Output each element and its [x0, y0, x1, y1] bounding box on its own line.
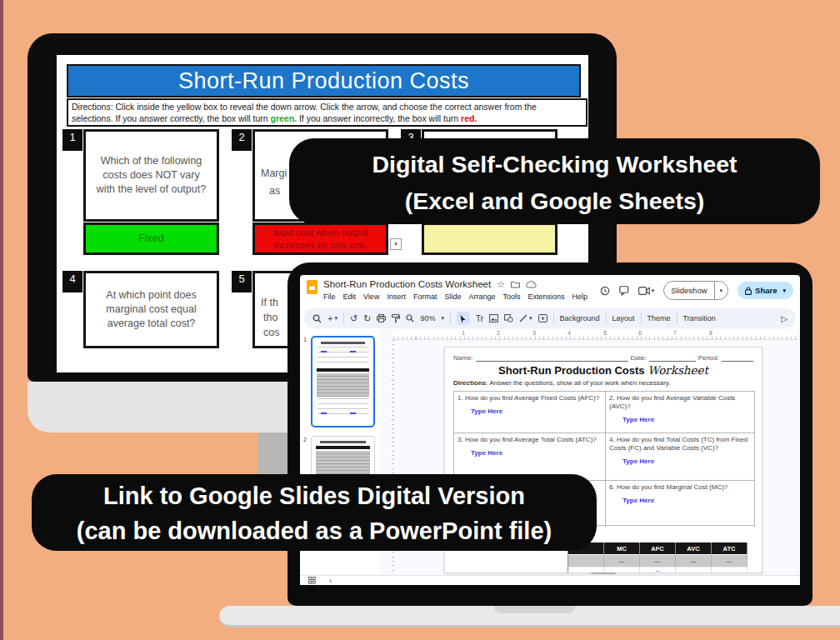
cloud-status-icon[interactable] — [526, 281, 537, 288]
directions-green-word: green. — [271, 113, 298, 123]
toolbar: +▾ ↺ ↻ 90% ▾ Tr ▾ Background Layout — [304, 308, 796, 328]
menu-tools[interactable]: Tools — [502, 292, 520, 301]
card-4-number: 4 — [62, 271, 82, 292]
undo-icon[interactable]: ↺ — [350, 313, 358, 324]
monitor-stand-neck — [258, 432, 288, 478]
insert-image-icon[interactable] — [489, 314, 498, 322]
question-1-cell[interactable]: 1. How do you find Average Fixed Costs (… — [454, 392, 606, 433]
laptop-base — [219, 606, 840, 628]
top-caption-line2: (Excel and Google Sheets) — [289, 182, 820, 219]
table-cell: --- — [676, 555, 712, 568]
previous-slide-chevron[interactable]: ‹ — [329, 577, 332, 585]
bottom-bar: ‹ — [300, 575, 800, 585]
card-1-question: Which of the following costs does NOT va… — [83, 129, 219, 222]
menus-search-icon[interactable] — [312, 314, 322, 323]
directions-line1: Directions: Click inside the yellow box … — [72, 102, 537, 112]
background-button[interactable]: Background — [560, 314, 600, 322]
laptop-base-notch — [494, 606, 575, 613]
question-2-cell[interactable]: 2. How do you find Average Variable Cost… — [606, 392, 754, 433]
card-2-number: 2 — [232, 129, 252, 151]
google-slides-logo-icon — [307, 280, 318, 294]
menu-arrange[interactable]: Arrange — [468, 292, 495, 301]
col-header-avc: AVC — [676, 542, 712, 555]
top-caption-line1: Digital Self-Checking Worksheet — [289, 146, 820, 182]
layout-button[interactable]: Layout — [612, 314, 635, 322]
theme-button[interactable]: Theme — [648, 314, 671, 322]
product-cover: Short-Run Production Costs Directions: C… — [0, 0, 840, 640]
zoom-level[interactable]: 90% — [420, 314, 435, 322]
col-header-afc: AFC — [640, 542, 676, 555]
comment-icon[interactable] — [619, 286, 629, 296]
laptop: Short-Run Production Costs Worksheet ☆ F… — [288, 262, 812, 606]
redo-icon[interactable]: ↻ — [363, 313, 371, 324]
version-history-icon[interactable] — [600, 286, 610, 296]
menu-slide[interactable]: Slide — [444, 292, 461, 301]
menu-view[interactable]: View — [363, 292, 379, 301]
top-caption-banner: Digital Self-Checking Worksheet (Excel a… — [289, 138, 820, 224]
directions-line2-mid: If you answer incorrectly, the box will … — [297, 113, 461, 123]
menu-format[interactable]: Format — [413, 292, 438, 301]
table-cell: -- — [640, 568, 676, 573]
text-box-tool[interactable]: Tr — [476, 314, 483, 323]
slide-directions: Directions: Answer the questions, show a… — [453, 379, 670, 387]
move-folder-icon[interactable] — [511, 281, 520, 288]
bottom-caption-line1: Link to Google Slides Digital Version — [32, 478, 597, 513]
document-title[interactable]: Short-Run Production Costs Worksheet — [323, 279, 491, 289]
select-tool[interactable] — [457, 312, 470, 325]
slide-1-thumbnail[interactable] — [311, 336, 375, 428]
table-cell: --- — [712, 555, 748, 568]
zoom-add-button[interactable]: +▾ — [328, 313, 338, 323]
slideshow-button[interactable]: Slideshow ▾ — [663, 281, 728, 300]
worksheet-directions: Directions: Click inside the yellow box … — [67, 98, 588, 127]
grid-view-icon[interactable] — [308, 577, 316, 584]
share-dropdown[interactable]: ▾ — [782, 288, 786, 294]
type-here-placeholder[interactable]: Type Here — [622, 458, 751, 466]
horizontal-scrollbar[interactable] — [591, 572, 616, 574]
question-4-cell[interactable]: 4. How do you find Total Costs (TC) from… — [606, 433, 754, 481]
zoom-icon[interactable] — [406, 314, 414, 322]
slideshow-dropdown[interactable]: ▾ — [714, 282, 728, 299]
question-6-cell[interactable]: 6. How do you find Marginal Cost (MC)? T… — [606, 481, 754, 527]
directions-red-word: red. — [461, 113, 477, 123]
insert-line-icon[interactable]: ▾ — [519, 314, 532, 322]
card-1-answer-cell[interactable]: Fixed — [83, 222, 219, 255]
hide-menus-icon[interactable]: ▷ — [781, 314, 788, 323]
card-2-answer-cell[interactable]: fixed cost when output increases by one … — [252, 222, 388, 255]
share-button[interactable]: Share ▾ — [738, 282, 793, 299]
worksheet-title-bar: Short-Run Production Costs — [67, 64, 581, 98]
type-here-placeholder[interactable]: Type Here — [622, 497, 751, 505]
type-here-placeholder[interactable]: Type Here — [622, 416, 751, 424]
paint-format-icon[interactable] — [392, 314, 400, 323]
horizontal-ruler: 12345678 — [393, 330, 798, 340]
worksheet-title: Short-Run Production Costs — [178, 68, 469, 94]
card-5-number: 5 — [232, 271, 252, 292]
slide-worksheet-title: Short-Run Production Costs Worksheet — [445, 363, 762, 377]
menu-insert[interactable]: Insert — [387, 292, 406, 301]
menu-extensions[interactable]: Extensions — [528, 292, 564, 301]
slide-2-number: 2 — [302, 437, 308, 442]
left-edge-strip — [0, 0, 3, 640]
table-cell: --- — [640, 555, 676, 568]
table-cell: --- — [604, 555, 640, 568]
name-date-period-row: Name: Date: Period: — [453, 353, 753, 362]
dropdown-arrow-button[interactable]: ▼ — [390, 238, 402, 250]
insert-comment-icon[interactable] — [538, 314, 548, 322]
directions-line2: selections. If you answer correctly, the… — [72, 113, 271, 123]
bottom-caption-banner: Link to Google Slides Digital Version (c… — [32, 474, 597, 551]
card-1-number: 1 — [62, 129, 82, 151]
insert-shape-icon[interactable] — [504, 314, 513, 322]
meet-camera-icon[interactable]: ▾ — [638, 287, 655, 295]
star-icon[interactable]: ☆ — [497, 280, 505, 289]
col-header-mc: MC — [604, 542, 640, 555]
print-icon[interactable] — [377, 314, 386, 322]
slide-1-number: 1 — [302, 337, 308, 342]
col-header-atc: ATC — [712, 542, 748, 555]
menu-edit[interactable]: Edit — [343, 292, 357, 301]
menu-bar: File Edit View Insert Format Slide Arran… — [323, 292, 588, 301]
card-3-answer-cell[interactable] — [422, 222, 558, 255]
type-here-placeholder[interactable]: Type Here — [471, 449, 602, 458]
menu-help[interactable]: Help — [572, 292, 588, 301]
type-here-placeholder[interactable]: Type Here — [471, 408, 602, 416]
menu-file[interactable]: File — [323, 292, 336, 301]
transition-button[interactable]: Transition — [683, 314, 716, 322]
